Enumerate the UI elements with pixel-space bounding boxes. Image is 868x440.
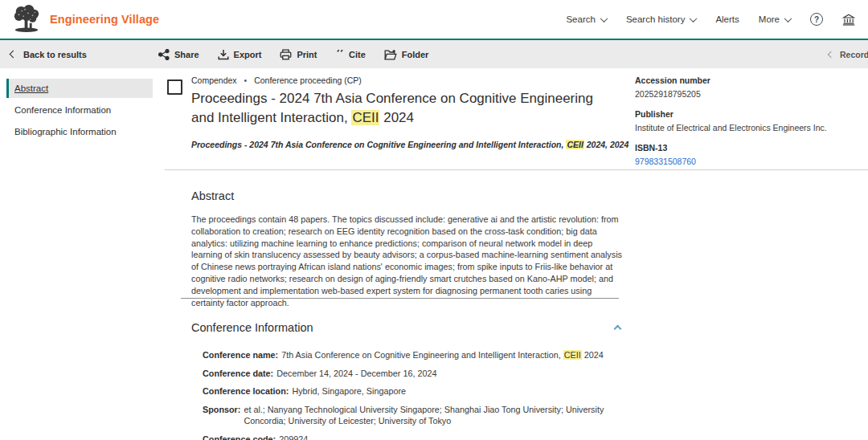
header-nav: Search Search history Alerts More ?: [566, 13, 855, 26]
publisher-group: Publisher Institute of Electrical and El…: [635, 109, 864, 133]
nav-search-label: Search: [566, 14, 595, 24]
previous-record-icon[interactable]: [828, 51, 834, 57]
share-label: Share: [174, 50, 199, 59]
app-header: Engineering Village Search Search histor…: [0, 0, 868, 39]
title-highlighted-term: CEII: [351, 110, 379, 125]
sidebar-item-bibliographic-information[interactable]: Bibliographic Information: [6, 122, 153, 141]
section-nav-sidebar: Abstract Conference Information Bibliogr…: [6, 79, 153, 144]
accession-number-group: Accession number 20252918795205: [635, 75, 864, 100]
conference-code-field: Conference code: 209924: [203, 434, 623, 440]
record-source-line: Compendex • Conference proceeding (CP): [191, 75, 629, 85]
record-pagination: Record 1 o: [829, 40, 868, 68]
cite-button[interactable]: ” Cite: [335, 50, 365, 59]
chevron-down-icon: [784, 14, 792, 22]
document-type: Conference proceeding (CP): [254, 75, 362, 85]
chevron-up-icon: [614, 325, 622, 333]
share-button[interactable]: Share: [158, 49, 199, 60]
sponsor-value: et al.; Nanyang Technological University…: [244, 404, 623, 427]
record-toolbar: Back to results Share: [0, 39, 868, 68]
record-header: Compendex • Conference proceeding (CP) P…: [191, 75, 629, 149]
export-button[interactable]: Export: [218, 49, 262, 60]
title-text-suffix: 2024: [379, 110, 414, 125]
export-label: Export: [234, 50, 262, 59]
conference-name-highlighted-term: CEII: [563, 350, 582, 360]
divider: [181, 298, 619, 299]
collapse-section-button[interactable]: [612, 318, 623, 337]
back-to-results-button[interactable]: Back to results: [10, 40, 87, 68]
brand-home-link[interactable]: Engineering Village: [11, 5, 159, 34]
conference-name-text: 7th Asia Conference on Cognitive Enginee…: [281, 350, 563, 360]
conference-information-heading: Conference Information: [191, 321, 313, 334]
nav-alerts-label: Alerts: [715, 14, 739, 24]
nav-search-history-menu[interactable]: Search history: [626, 14, 697, 24]
institution-icon[interactable]: [842, 14, 855, 26]
record-select-checkbox[interactable]: [167, 79, 182, 95]
accession-number-label: Accession number: [635, 75, 864, 85]
nav-more-label: More: [759, 14, 780, 24]
chevron-left-icon: [10, 51, 18, 59]
database-name: Compendex: [191, 75, 237, 85]
folder-add-icon: [384, 49, 397, 60]
separator-dot: •: [244, 75, 248, 85]
sponsor-field: Sponsor: et al.; Nanyang Technological U…: [203, 404, 623, 427]
conference-information-header: Conference Information: [191, 318, 623, 337]
conference-date-value: December 14, 2024 - December 16, 2024: [276, 368, 436, 380]
download-icon: [218, 49, 229, 60]
publisher-label: Publisher: [635, 109, 864, 119]
abstract-section: Abstract The proceedings contain 48 pape…: [191, 189, 623, 308]
conference-location-label: Conference location:: [203, 385, 289, 397]
conference-location-field: Conference location: Hybrid, Singapore, …: [203, 385, 623, 397]
folder-label: Folder: [402, 50, 429, 59]
conference-information-section: Conference Information Conference name: …: [191, 318, 623, 440]
record-metadata-column: Accession number 20252918795205 Publishe…: [635, 75, 864, 177]
nav-alerts[interactable]: Alerts: [715, 14, 739, 24]
nav-more-menu[interactable]: More: [759, 14, 791, 24]
sidebar-item-conference-information[interactable]: Conference Information: [6, 100, 153, 120]
record-citation: Proceedings - 2024 7th Asia Conference o…: [191, 140, 641, 149]
publisher-value: Institute of Electrical and Electronics …: [635, 122, 864, 133]
conference-name-field: Conference name: 7th Asia Conference on …: [203, 349, 623, 361]
conference-code-label: Conference code:: [203, 434, 276, 440]
nav-search-history-label: Search history: [626, 14, 686, 24]
print-label: Print: [297, 50, 317, 59]
chevron-down-icon: [600, 14, 608, 22]
conference-date-field: Conference date: December 14, 2024 - Dec…: [203, 368, 623, 380]
abstract-heading: Abstract: [191, 189, 623, 202]
citation-highlighted-term: CEII: [566, 140, 583, 149]
abstract-text: The proceedings contain 48 papers. The t…: [191, 214, 623, 308]
record-actions: Share Export: [158, 40, 428, 68]
conference-date-label: Conference date:: [203, 368, 273, 380]
brand-name: Engineering Village: [50, 13, 159, 26]
conference-name-text-suffix: 2024: [582, 350, 604, 360]
sponsor-label: Sponsor:: [203, 404, 240, 427]
divider: [165, 169, 868, 170]
accession-number-value: 20252918795205: [635, 88, 864, 100]
record-pagination-label: Record 1 o: [840, 50, 868, 59]
conference-name-label: Conference name:: [203, 349, 278, 361]
isbn-link[interactable]: 9798331508760: [635, 156, 864, 167]
conference-location-value: Hybrid, Singapore, Singapore: [292, 385, 406, 397]
help-icon[interactable]: ?: [810, 13, 823, 26]
record-title: Proceedings - 2024 7th Asia Conference o…: [191, 89, 597, 128]
conference-fields: Conference name: 7th Asia Conference on …: [203, 349, 623, 440]
isbn-label: ISBN-13: [635, 143, 864, 153]
elsevier-tree-logo-icon: [11, 5, 42, 34]
chevron-down-icon: [690, 14, 698, 22]
share-icon: [158, 49, 170, 60]
folder-button[interactable]: Folder: [384, 49, 429, 60]
printer-icon: [280, 49, 292, 60]
isbn-group: ISBN-13 9798331508760: [635, 143, 864, 167]
sidebar-item-abstract[interactable]: Abstract: [6, 79, 153, 98]
citation-text: Proceedings - 2024 7th Asia Conference o…: [191, 140, 566, 149]
conference-name-value: 7th Asia Conference on Cognitive Enginee…: [281, 349, 604, 361]
nav-search-menu[interactable]: Search: [566, 14, 606, 24]
print-button[interactable]: Print: [280, 49, 317, 60]
record-detail-page: Engineering Village Search Search histor…: [0, 0, 868, 440]
help-glyph: ?: [814, 15, 819, 24]
back-to-results-label: Back to results: [23, 50, 87, 59]
citation-text-suffix: 2024, 2024: [584, 140, 628, 149]
quote-icon: ”: [335, 50, 344, 59]
conference-code-link[interactable]: 209924: [279, 434, 308, 440]
cite-label: Cite: [349, 50, 366, 59]
